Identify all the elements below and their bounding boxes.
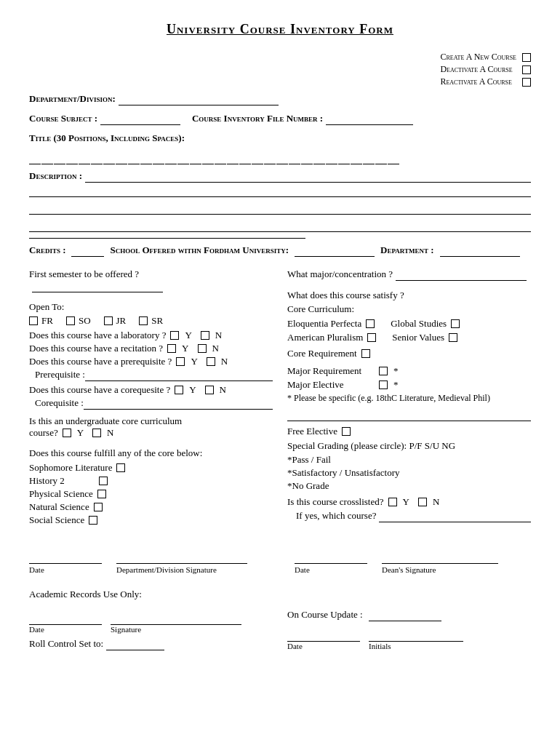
title-char-21[interactable] [276, 150, 288, 164]
phys-sci-checkbox[interactable] [97, 490, 106, 498]
sr-checkbox[interactable] [139, 316, 148, 325]
credits-label: Credits : [29, 244, 65, 256]
lab-row: Does this course have a laboratory ? Y N [29, 330, 273, 341]
school-field[interactable] [295, 244, 375, 257]
title-char-20[interactable] [264, 150, 276, 164]
initials-line[interactable] [369, 627, 463, 642]
core-req-checkbox[interactable] [361, 349, 370, 358]
sig-bottom-line[interactable] [111, 610, 241, 625]
so-checkbox[interactable] [66, 316, 75, 325]
title-char-15[interactable] [202, 150, 214, 164]
title-char-16[interactable] [215, 150, 226, 164]
prerequisite-field[interactable] [85, 369, 273, 381]
soc-sci-checkbox[interactable] [89, 516, 97, 525]
specific-line[interactable] [287, 407, 531, 421]
title-char-24[interactable] [313, 150, 325, 164]
title-char-27[interactable] [351, 150, 362, 164]
description-line2[interactable] [29, 183, 531, 197]
title-char-14[interactable] [190, 150, 201, 164]
eloquentia-item: Eloquentia Perfecta [287, 318, 376, 330]
title-char-25[interactable] [326, 150, 337, 164]
coreq-y-checkbox[interactable] [175, 386, 183, 394]
so-option[interactable]: SO [66, 315, 91, 327]
prereq-n-checkbox[interactable] [207, 357, 215, 366]
description-line1[interactable] [85, 170, 531, 183]
history2-checkbox[interactable] [99, 477, 108, 485]
crosslisted-y-checkbox[interactable] [388, 498, 397, 506]
undergrad-y-checkbox[interactable] [63, 429, 71, 437]
fr-option[interactable]: FR [29, 315, 53, 327]
title-char-3[interactable] [54, 150, 65, 164]
major-req-checkbox[interactable] [379, 367, 388, 375]
soph-lit-checkbox[interactable] [116, 463, 125, 472]
title-char-5[interactable] [79, 150, 90, 164]
dean-sig-line[interactable] [382, 549, 498, 564]
academic-records-label: Academic Records Use Only: [29, 589, 531, 600]
rec-y-checkbox[interactable] [167, 344, 176, 353]
date-bottom-line[interactable] [29, 610, 102, 625]
dept-field[interactable] [440, 244, 520, 257]
fr-checkbox[interactable] [29, 316, 38, 325]
title-char-2[interactable] [41, 150, 53, 164]
prereq-y-checkbox[interactable] [176, 357, 185, 366]
title-char-12[interactable] [165, 150, 177, 164]
right-sig-fields: Date Dean's Signature [295, 549, 531, 574]
global-studies-checkbox[interactable] [451, 319, 460, 328]
nat-sci-checkbox[interactable] [94, 503, 103, 511]
title-char-18[interactable] [239, 150, 251, 164]
dept-sig-line[interactable] [116, 549, 247, 564]
rec-n-checkbox[interactable] [198, 344, 207, 353]
title-char-29[interactable] [375, 150, 387, 164]
title-char-26[interactable] [338, 150, 350, 164]
jr-option[interactable]: JR [104, 315, 127, 327]
free-elective-checkbox[interactable] [342, 427, 351, 436]
dept-sig-col: Department/Division Signature [116, 549, 247, 574]
title-char-19[interactable] [252, 150, 263, 164]
lab-y-checkbox[interactable] [170, 331, 179, 340]
sr-option[interactable]: SR [139, 315, 163, 327]
senior-values-checkbox[interactable] [449, 333, 457, 342]
title-char-23[interactable] [301, 150, 313, 164]
title-section: Title (30 Positions, Including Spaces): [29, 132, 531, 164]
lab-n-checkbox[interactable] [201, 331, 209, 340]
on-course-field[interactable] [369, 609, 441, 621]
course-inventory-field[interactable] [326, 113, 413, 125]
title-char-10[interactable] [140, 150, 152, 164]
description-line4[interactable] [29, 218, 531, 232]
title-char-30[interactable] [388, 150, 399, 164]
title-char-17[interactable] [227, 150, 239, 164]
title-char-7[interactable] [103, 150, 115, 164]
course-subject-field[interactable] [100, 113, 180, 125]
if-yes-field[interactable] [379, 510, 531, 522]
jr-checkbox[interactable] [104, 316, 113, 325]
coreq-n-checkbox[interactable] [205, 386, 214, 394]
title-char-28[interactable] [363, 150, 375, 164]
first-semester-field[interactable] [32, 280, 163, 292]
title-char-6[interactable] [91, 150, 103, 164]
crosslisted-n-checkbox[interactable] [418, 498, 427, 506]
date-left-line[interactable] [29, 549, 102, 564]
title-char-11[interactable] [153, 150, 164, 164]
credits-field[interactable] [71, 244, 104, 257]
title-char-4[interactable] [66, 150, 78, 164]
roll-control-field[interactable] [106, 638, 164, 650]
date-initials-line[interactable] [287, 627, 360, 642]
corequisite-field[interactable] [84, 397, 273, 410]
department-field[interactable] [119, 93, 279, 105]
title-char-13[interactable] [177, 150, 189, 164]
create-checkbox[interactable] [522, 53, 531, 62]
description-line3[interactable] [29, 200, 531, 215]
left-column: First semester to be offered ? Open To: … [29, 268, 273, 527]
title-char-8[interactable] [116, 150, 127, 164]
undergrad-n-checkbox[interactable] [92, 429, 101, 437]
date-right-line[interactable] [295, 549, 367, 564]
title-char-22[interactable] [289, 150, 300, 164]
reactivate-checkbox[interactable] [522, 78, 531, 87]
deactivate-checkbox[interactable] [522, 65, 531, 74]
title-char-9[interactable] [128, 150, 140, 164]
title-char-1[interactable] [29, 150, 41, 164]
eloquentia-checkbox[interactable] [366, 319, 375, 328]
what-major-field[interactable] [396, 268, 527, 281]
american-checkbox[interactable] [367, 333, 376, 342]
major-elective-checkbox[interactable] [379, 381, 388, 389]
